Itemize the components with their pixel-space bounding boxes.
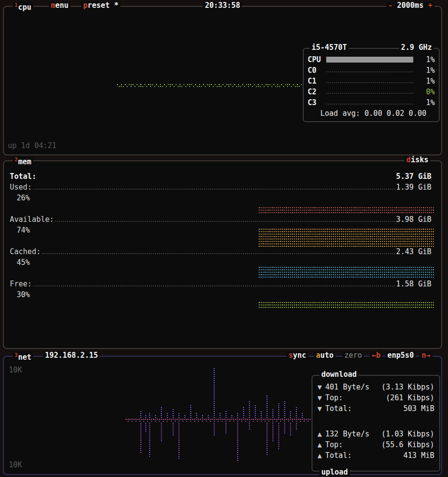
download-top-label: Top:	[325, 393, 343, 402]
mem-cached-percent: 45%	[17, 258, 30, 267]
mem-used-label: Used:	[10, 183, 32, 192]
mem-free-percent: 30%	[17, 290, 30, 299]
core-row-c0: C0 1%	[304, 65, 439, 76]
upload-speed: 132 Byte/s	[325, 430, 369, 438]
download-speed-left: ▼401 Byte/s	[317, 382, 369, 392]
disks-toggle[interactable]: disks	[404, 156, 430, 164]
zero-label: ero	[349, 351, 362, 360]
core-c0-meter	[326, 71, 413, 72]
download-top-value: (261 Kibps)	[386, 392, 434, 403]
preset-button[interactable]: preset *	[81, 1, 120, 9]
mem-box-title-label: mem	[18, 157, 31, 166]
auto-toggle[interactable]: auto	[314, 351, 336, 359]
dotted-leader	[33, 285, 395, 286]
cpu-box-title-label: cpu	[18, 3, 31, 12]
mem-box-title[interactable]: 2mem	[13, 156, 33, 166]
prev-interface-icon: ←b	[372, 351, 381, 360]
download-total-left: ▼Total:	[317, 403, 352, 414]
net-box-title-label: net	[18, 353, 31, 362]
mem-available-label: Available:	[10, 215, 54, 224]
core-c0-label: C0	[308, 66, 326, 75]
preset-label: reset *	[88, 1, 118, 10]
auto-label: uto	[320, 351, 334, 360]
cpu-info-panel: i5-4570T 2.9 GHz CPU 1% C0 1% C1 1% C2 0…	[303, 48, 440, 122]
core-row-c2: C2 0%	[304, 87, 439, 97]
upload-total-value: 413 MiB	[403, 450, 434, 461]
cpu-box-title[interactable]: 1cpu	[13, 1, 33, 11]
mem-available-value: 3.98 GiB	[396, 215, 431, 224]
rate-increase-button[interactable]: +	[428, 1, 432, 10]
spacer	[313, 414, 439, 429]
up-arrow-icon: ▲	[317, 440, 322, 449]
mem-free-value: 1.58 GiB	[396, 280, 431, 288]
sync-hotkey: s	[289, 351, 293, 360]
ip-address: 192.168.2.15	[43, 351, 100, 359]
download-total-row: ▼Total: 503 MiB	[313, 403, 439, 414]
cpu-total-meter	[326, 57, 413, 63]
core-c2-percent: 0%	[418, 87, 435, 96]
mem-free-row: Free: 1.58 GiB	[10, 280, 431, 288]
zero-toggle[interactable]: zero	[342, 351, 364, 359]
next-interface-button[interactable]: n→	[420, 351, 432, 359]
upload-label-text: upload	[321, 468, 348, 477]
upload-top-value: (55.6 Kibps)	[381, 439, 434, 450]
upload-speed-bits: (1.03 Kibps)	[381, 429, 434, 439]
menu-button[interactable]: menu	[49, 1, 70, 9]
dotted-leader	[42, 253, 395, 254]
sync-label: ync	[293, 351, 306, 360]
up-arrow-icon: ▲	[317, 430, 322, 438]
clock-value: 20:33:58	[205, 1, 240, 10]
core-c0-percent: 1%	[418, 66, 435, 75]
interface-name: enp5s0	[385, 351, 416, 359]
menu-label: enu	[55, 1, 68, 10]
upload-speed-left: ▲132 Byte/s	[317, 429, 369, 439]
core-row-c3: C3 1%	[304, 97, 439, 108]
net-scale-bottom: 10K	[9, 460, 22, 469]
download-speed: 401 Byte/s	[325, 383, 369, 391]
upload-section-label: upload	[319, 468, 350, 476]
core-c3-meter	[326, 104, 413, 105]
menu-hotkey: m	[51, 1, 55, 10]
cpu-total-label: CPU	[308, 55, 326, 64]
download-label-text: download	[321, 370, 357, 379]
download-speed-bits: (3.13 Kibps)	[381, 382, 434, 392]
mem-cached-row: Cached: 2.43 GiB	[10, 247, 431, 256]
mem-total-row: Total: 5.37 GiB	[10, 172, 431, 181]
core-c3-label: C3	[308, 98, 326, 107]
mem-cached-value: 2.43 GiB	[396, 247, 431, 256]
down-arrow-icon: ▼	[317, 393, 322, 402]
core-c2-meter	[326, 93, 413, 94]
sync-toggle[interactable]: sync	[287, 351, 308, 359]
next-interface-icon: n→	[422, 351, 430, 360]
cpu-frequency-label: 2.9 GHz	[401, 43, 432, 52]
auto-hotkey: a	[316, 351, 320, 360]
net-box-title[interactable]: 3net	[13, 351, 33, 361]
upload-total-row: ▲Total: 413 MiB	[313, 450, 439, 461]
download-total-label: Total:	[325, 404, 352, 413]
net-box-index: 3	[15, 352, 18, 358]
mem-available-row: Available: 3.98 GiB	[10, 215, 431, 224]
cpu-total-percent: 1%	[418, 55, 435, 64]
upload-top-label: Top:	[325, 440, 343, 449]
core-c1-meter	[326, 82, 413, 83]
mem-cached-label: Cached:	[10, 247, 41, 256]
mem-used-percent: 26%	[17, 194, 30, 202]
prev-interface-button[interactable]: ←b	[370, 351, 382, 359]
cpu-total-row: CPU 1%	[304, 54, 439, 65]
net-stats-panel: download ▼401 Byte/s (3.13 Kibps) ▼Top: …	[312, 375, 440, 472]
mem-free-label: Free:	[10, 280, 32, 288]
disks-label: isks	[411, 155, 428, 164]
interface-name-label: enp5s0	[387, 351, 414, 360]
preset-hotkey: p	[83, 1, 88, 10]
download-speed-row: ▼401 Byte/s (3.13 Kibps)	[313, 382, 439, 392]
mem-used-row: Used: 1.39 GiB	[10, 183, 431, 192]
net-box: 3net 192.168.2.15 sync auto zero ←b enp5…	[3, 356, 442, 475]
upload-top-left: ▲Top:	[317, 439, 343, 450]
mem-box: 2mem disks Total: 5.37 GiB Used: 1.39 Gi…	[3, 160, 442, 349]
upload-top-row: ▲Top: (55.6 Kibps)	[313, 439, 439, 450]
rate-decrease-button[interactable]: -	[388, 1, 393, 10]
core-row-c1: C1 1%	[304, 76, 439, 87]
zero-hotkey: z	[344, 351, 349, 360]
cpu-model-label: i5-4570T	[312, 43, 347, 52]
down-arrow-icon: ▼	[317, 383, 322, 391]
